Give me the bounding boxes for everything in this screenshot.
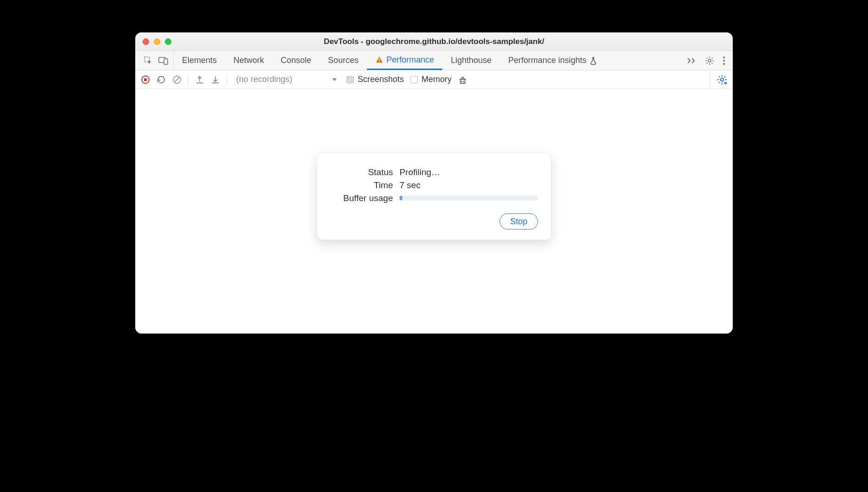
tab-label: Elements: [182, 56, 217, 65]
performance-toolbar: (no recordings) ✓ Screenshots Memory: [135, 70, 733, 89]
tab-network[interactable]: Network: [225, 51, 272, 70]
checkbox-unchecked-icon: [410, 76, 418, 83]
clear-icon[interactable]: [172, 75, 182, 84]
download-profile-icon[interactable]: [211, 75, 220, 84]
tab-performance-insights[interactable]: Performance insights: [500, 51, 606, 70]
status-label: Status: [330, 167, 400, 177]
recordings-select[interactable]: (no recordings): [233, 74, 340, 85]
svg-point-8: [723, 63, 725, 65]
tab-label: Performance insights: [508, 56, 586, 65]
checkbox-checked-icon: ✓: [346, 76, 354, 83]
divider: [188, 74, 189, 85]
memory-toggle[interactable]: Memory: [410, 75, 452, 84]
tab-lighthouse[interactable]: Lighthouse: [442, 51, 500, 70]
svg-rect-10: [144, 78, 147, 81]
screenshots-toggle[interactable]: ✓ Screenshots: [346, 75, 404, 84]
chevron-down-icon: [332, 77, 337, 82]
recordings-select-label: (no recordings): [236, 75, 292, 84]
svg-rect-3: [379, 58, 380, 61]
settings-gear-icon[interactable]: [705, 56, 714, 65]
buffer-usage-label: Buffer usage: [330, 193, 400, 203]
performance-content: Status Profiling… Time 7 sec Buffer usag…: [135, 89, 733, 334]
tab-performance[interactable]: Performance: [367, 51, 442, 70]
svg-rect-2: [164, 59, 168, 64]
reload-icon[interactable]: [157, 75, 166, 84]
divider: [226, 74, 227, 85]
svg-point-14: [724, 82, 727, 84]
tab-label: Sources: [328, 56, 359, 65]
tab-label: Console: [281, 56, 311, 65]
stop-button[interactable]: Stop: [499, 214, 538, 230]
device-toolbar-icon[interactable]: [158, 56, 169, 65]
tabbar-left-tools: [139, 51, 174, 70]
upload-profile-icon[interactable]: [195, 75, 204, 84]
memory-label: Memory: [421, 75, 452, 84]
kebab-menu-icon[interactable]: [723, 56, 725, 65]
tab-console[interactable]: Console: [272, 51, 320, 70]
more-tabs-icon[interactable]: [686, 57, 697, 65]
buffer-usage-fill: [400, 196, 403, 201]
svg-point-13: [721, 78, 724, 81]
svg-rect-12: [460, 79, 465, 83]
inspect-element-icon[interactable]: [144, 56, 153, 65]
warning-icon: [375, 56, 384, 64]
titlebar: DevTools - googlechrome.github.io/devtoo…: [135, 32, 733, 51]
buffer-usage-progress: [400, 196, 538, 201]
tab-sources[interactable]: Sources: [320, 51, 367, 70]
svg-rect-4: [379, 61, 380, 62]
tab-label: Performance: [386, 55, 434, 65]
status-value: Profiling…: [400, 167, 538, 177]
tab-label: Lighthouse: [451, 56, 491, 65]
screenshots-label: Screenshots: [358, 75, 404, 84]
devtools-window: DevTools - googlechrome.github.io/devtoo…: [135, 32, 733, 334]
time-value: 7 sec: [400, 180, 538, 190]
tabbar-right: [686, 51, 729, 70]
svg-point-5: [708, 59, 711, 62]
tab-elements[interactable]: Elements: [174, 51, 225, 70]
svg-point-7: [723, 60, 725, 62]
time-label: Time: [330, 180, 400, 190]
collect-garbage-icon[interactable]: [458, 75, 467, 84]
window-title: DevTools - googlechrome.github.io/devtoo…: [135, 37, 733, 46]
profiling-dialog: Status Profiling… Time 7 sec Buffer usag…: [317, 153, 551, 240]
record-stop-icon[interactable]: [141, 75, 150, 84]
tab-label: Network: [233, 56, 264, 65]
capture-settings-button[interactable]: [710, 70, 727, 88]
panel-tabs: Elements Network Console Sources Perform…: [174, 51, 606, 70]
svg-point-6: [723, 57, 725, 58]
panel-tabbar: Elements Network Console Sources Perform…: [135, 51, 733, 70]
flask-icon: [589, 57, 598, 65]
